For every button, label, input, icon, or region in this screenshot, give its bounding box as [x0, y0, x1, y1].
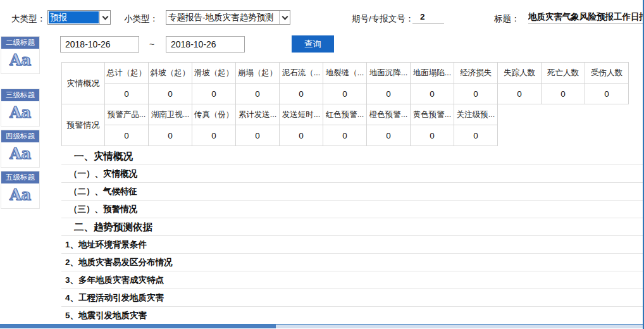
table-column-header: 地面沉降... [367, 63, 411, 84]
table-value-cell[interactable]: 0 [585, 84, 629, 104]
table-column-header: 总计（起） [105, 63, 149, 84]
outline-section-row[interactable]: 一、灾情概况 [61, 147, 643, 165]
table-column-header: 崩塌（起） [236, 63, 280, 84]
table-column-header: 经济损失 [454, 63, 498, 84]
issue-number-input[interactable] [412, 10, 444, 24]
table-value-cell[interactable]: 0 [192, 125, 236, 146]
table-column-header: 受伤人数 [585, 63, 629, 84]
big-type-select[interactable]: 预报 [47, 10, 111, 25]
table-value-cell[interactable]: 0 [323, 125, 367, 146]
table-column-header: 红色预警... [323, 104, 367, 125]
date-to-input[interactable] [166, 36, 245, 53]
style-card-heading-level-5[interactable]: 五级标题Aa [1, 171, 40, 209]
table-column-header: 地面塌陷... [411, 63, 454, 84]
table-value-cell[interactable]: 0 [367, 125, 411, 146]
small-type-dropdown-arrow[interactable] [279, 11, 290, 24]
table-column-header: 累计发送... [236, 104, 280, 125]
table-value-cell[interactable]: 0 [105, 125, 149, 146]
report-title-input[interactable] [528, 10, 643, 24]
chevron-down-icon [102, 13, 108, 20]
style-card-label: 五级标题 [1, 171, 39, 183]
report-editor-window: 大类型： 预报 小类型： 专题报告-地质灾害趋势预测 期号/专报文号： 标题： … [0, 0, 644, 329]
table-value-cell[interactable]: 0 [454, 84, 498, 104]
table-column-header: 滑坡（起） [192, 63, 236, 84]
big-type-selected-value: 预报 [49, 11, 99, 23]
table-category-cell: 灾情概况 [62, 63, 105, 104]
table-value-cell[interactable]: 0 [280, 125, 323, 146]
table-category-cell: 预警情况 [62, 104, 105, 146]
table-value-cell[interactable]: 0 [542, 84, 585, 104]
date-range-tilde: ~ [149, 39, 154, 49]
table-value-cell[interactable]: 0 [149, 125, 192, 146]
style-card-heading-level-3[interactable]: 三级标题Aa [1, 89, 40, 127]
outline-section-row[interactable]: 二、趋势预测依据 [61, 218, 643, 236]
table-value-cell[interactable]: 0 [367, 84, 411, 104]
style-card-label: 四级标题 [1, 130, 39, 142]
table-value-cell[interactable]: 0 [192, 84, 236, 104]
small-type-selected-value: 专题报告-地质灾害趋势预测 [167, 11, 278, 23]
table-column-header: 预警产品... [105, 104, 149, 125]
small-type-select[interactable]: 专题报告-地质灾害趋势预测 [166, 10, 290, 25]
title-label: 标题： [494, 13, 520, 25]
style-card-label: 二级标题 [1, 37, 39, 49]
table-value-cell[interactable]: 0 [323, 84, 367, 104]
outline-section-row[interactable]: （二）、气候特征 [61, 183, 643, 201]
table-value-cell[interactable]: 0 [105, 84, 149, 104]
table-column-header: 发送短时... [280, 104, 323, 125]
table-value-cell[interactable]: 0 [236, 125, 280, 146]
table-value-cell[interactable]: 0 [280, 84, 323, 104]
style-preview-aa-icon: Aa [1, 142, 39, 165]
issue-number-label: 期号/专报文号： [352, 13, 414, 25]
table-column-header: 橙色预警... [367, 104, 411, 125]
table-column-header: 泥石流（... [280, 63, 323, 84]
outline-section-row[interactable]: 3、多年地质灾害成灾特点 [61, 271, 643, 289]
horizontal-scrollbar-thumb[interactable] [0, 325, 276, 328]
style-card-heading-level-2[interactable]: 二级标题Aa [1, 36, 40, 74]
table-value-cell[interactable]: 0 [236, 84, 280, 104]
table-column-header: 黄色预警... [411, 104, 454, 125]
table-column-header: 死亡人数 [542, 63, 585, 84]
table-column-header: 关注级预... [454, 104, 498, 125]
table-column-header: 斜坡（起） [149, 63, 192, 84]
table-value-cell[interactable]: 0 [454, 125, 498, 146]
table-value-cell[interactable]: 0 [498, 84, 542, 104]
summary-table-warning: 预警情况预警产品...湖南卫视...传真（份）累计发送...发送短时...红色预… [61, 104, 498, 146]
chevron-down-icon [282, 13, 288, 20]
horizontal-scrollbar-track[interactable] [0, 324, 644, 328]
outline-section-row[interactable]: （三）、预警情况 [61, 201, 643, 218]
table-column-header: 湖南卫视... [149, 104, 192, 125]
table-value-cell[interactable]: 0 [411, 125, 454, 146]
big-type-label: 大类型： [11, 13, 46, 25]
query-button[interactable]: 查询 [292, 35, 334, 53]
style-card-label: 三级标题 [1, 89, 39, 101]
date-from-input[interactable] [60, 36, 139, 53]
small-type-label: 小类型： [124, 13, 158, 25]
summary-tables: 灾情概况总计（起）斜坡（起）滑坡（起）崩塌（起）泥石流（...地裂缝（...地面… [61, 62, 629, 146]
style-card-heading-level-4[interactable]: 四级标题Aa [1, 130, 40, 168]
outline-section-row[interactable]: 5、地震引发地质灾害 [61, 307, 643, 325]
report-outline: 一、灾情概况（一）、灾情概况（二）、气候特征（三）、预警情况二、趋势预测依据1、… [61, 147, 643, 325]
table-column-header: 失踪人数 [498, 63, 542, 84]
table-column-header: 地裂缝（... [323, 63, 367, 84]
outline-section-row[interactable]: 1、地址环境背景条件 [61, 236, 643, 254]
outline-section-row[interactable]: 4、工程活动引发地质灾害 [61, 289, 643, 307]
outline-section-row[interactable]: 2、地质灾害易发区分布情况 [61, 254, 643, 271]
summary-table-disaster: 灾情概况总计（起）斜坡（起）滑坡（起）崩塌（起）泥石流（...地裂缝（...地面… [61, 62, 629, 104]
table-value-cell[interactable]: 0 [149, 84, 192, 104]
big-type-dropdown-arrow[interactable] [99, 11, 110, 24]
style-preview-aa-icon: Aa [1, 183, 39, 206]
style-preview-aa-icon: Aa [1, 49, 39, 71]
table-column-header: 传真（份） [192, 104, 236, 125]
table-value-cell[interactable]: 0 [411, 84, 454, 104]
outline-section-row[interactable]: （一）、灾情概况 [61, 165, 643, 183]
style-preview-aa-icon: Aa [1, 101, 39, 124]
